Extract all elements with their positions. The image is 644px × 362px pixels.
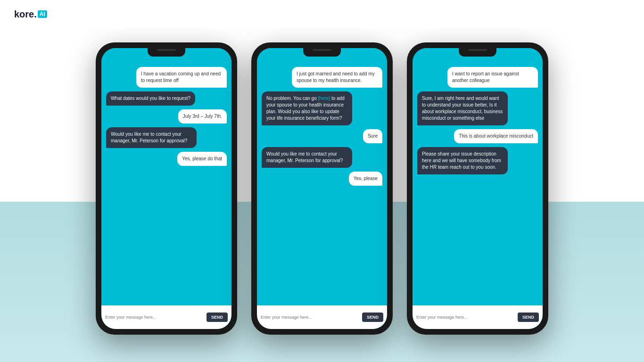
message-3-2: Sure, I am right here and would want to … <box>417 91 508 125</box>
message-1-5: Yes, please do that <box>177 152 227 166</box>
phone-2-chat-area: I just got married and need to add my sp… <box>257 62 387 305</box>
phone-1-send-button[interactable]: SEND <box>206 313 228 322</box>
phone-3-speaker <box>468 49 487 51</box>
phone-1-input[interactable] <box>105 315 204 320</box>
phone-3-input-area: SEND <box>413 305 543 329</box>
phone-3-chat-area: I want to report an issue against anothe… <box>413 62 543 305</box>
phone-1-input-area: SEND <box>101 305 231 329</box>
logo-ai-badge: AI <box>38 10 47 18</box>
message-1-2: What dates would you like to request? <box>106 91 195 106</box>
message-3-4: Please share your issue description here… <box>417 147 508 174</box>
phone-1-chat-area: I have a vacation coming up and need to … <box>101 62 231 305</box>
message-3-1: I want to report an issue against anothe… <box>447 67 538 88</box>
phone-3: I want to report an issue against anothe… <box>407 42 548 335</box>
phone-2: I just got married and need to add my sp… <box>251 42 393 335</box>
logo-kore-text: kore. <box>14 9 37 20</box>
message-1-4: Would you like me to contact your manage… <box>106 127 197 148</box>
message-3-3: This is about workplace misconduct <box>454 129 538 143</box>
phone-3-input[interactable] <box>416 315 515 320</box>
phone-2-screen: I just got married and need to add my sp… <box>257 48 387 329</box>
message-1-1: I have a vacation coming up and need to … <box>136 67 227 88</box>
message-2-4: Would you like me to contact your manage… <box>262 147 352 168</box>
phone-3-send-button[interactable]: SEND <box>518 313 539 322</box>
phone-1-screen: I have a vacation coming up and need to … <box>101 48 231 329</box>
phone-2-input-area: SEND <box>257 305 387 329</box>
phone-2-send-button[interactable]: SEND <box>362 313 383 322</box>
phone-1-speaker <box>157 49 176 51</box>
header: kore.AI <box>0 0 644 28</box>
link-here[interactable]: [here] <box>318 96 330 101</box>
logo: kore.AI <box>14 9 47 20</box>
message-1-3: July 3rd – July 7th. <box>178 109 227 123</box>
message-2-5: Yes, please <box>349 172 382 186</box>
message-2-2: No problem. You can go [here] to add you… <box>262 91 352 125</box>
phone-2-input[interactable] <box>261 315 359 320</box>
phone-2-speaker <box>313 49 331 51</box>
phones-container: I have a vacation coming up and need to … <box>0 28 644 362</box>
message-2-1: I just got married and need to add my sp… <box>292 67 382 88</box>
phone-1: I have a vacation coming up and need to … <box>96 42 237 335</box>
phone-3-screen: I want to report an issue against anothe… <box>413 48 543 329</box>
message-2-3: Sure <box>363 129 382 143</box>
